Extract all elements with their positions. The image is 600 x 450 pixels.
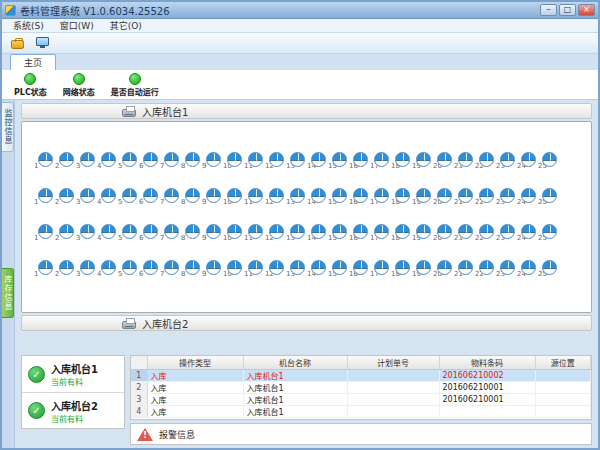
roll-circle-icon — [59, 152, 74, 167]
roll-indicator: 2 — [55, 188, 76, 206]
roll-indicator: 5 — [118, 224, 139, 242]
toolbox-button[interactable] — [6, 34, 28, 52]
roll-indicator: 1 — [34, 188, 55, 206]
roll-circle-icon — [38, 152, 53, 167]
roll-circle-icon — [59, 188, 74, 203]
roll-circle-icon — [143, 188, 158, 203]
machine2-panel-title: 入库机台2 — [142, 316, 188, 331]
roll-indicator: 13 — [286, 152, 307, 170]
roll-circle-icon — [521, 224, 536, 239]
roll-circle-icon — [458, 152, 473, 167]
printer-icon[interactable] — [122, 321, 136, 329]
roll-circle-icon — [437, 260, 452, 275]
roll-indicator: 17 — [370, 224, 391, 242]
menu-item-other[interactable]: 其它(O) — [103, 19, 149, 32]
roll-row: 1234567891011121314151617181920212223242… — [34, 260, 591, 278]
table-row[interactable]: 3入库入库机台1201606210001 — [131, 394, 591, 406]
roll-circle-icon — [227, 224, 242, 239]
roll-circle-icon — [290, 260, 305, 275]
roll-indicator: 9 — [202, 260, 223, 278]
tabstrip: 主页 — [2, 54, 598, 70]
warning-icon — [137, 428, 153, 441]
roll-indicator: 1 — [34, 260, 55, 278]
menu-item-window[interactable]: 窗口(W) — [53, 19, 101, 32]
roll-circle-icon — [395, 188, 410, 203]
roll-circle-icon — [269, 224, 284, 239]
roll-indicator: 19 — [412, 224, 433, 242]
column-header[interactable]: 物料条码 — [439, 356, 535, 370]
roll-indicator: 15 — [328, 260, 349, 278]
maximize-button[interactable]: □ — [559, 4, 576, 16]
roll-circle-icon — [248, 188, 263, 203]
roll-circle-icon — [206, 152, 221, 167]
alarm-bar: 报警信息 — [130, 423, 592, 445]
roll-circle-icon — [206, 224, 221, 239]
roll-indicator: 20 — [433, 188, 454, 206]
roll-indicator: 8 — [181, 260, 202, 278]
roll-indicator: 3 — [76, 188, 97, 206]
roll-indicator: 18 — [391, 152, 412, 170]
table-row[interactable]: 2入库入库机台1201606210001 — [131, 382, 591, 394]
autorun-status-label: 是否自动运行 — [111, 86, 159, 97]
roll-circle-icon — [80, 188, 95, 203]
tab-home[interactable]: 主页 — [10, 54, 56, 70]
roll-circle-icon — [458, 260, 473, 275]
menu-item-system[interactable]: 系统(S) — [6, 19, 51, 32]
roll-indicator: 12 — [265, 260, 286, 278]
column-header[interactable]: 机台名称 — [243, 356, 347, 370]
column-header[interactable]: 计划单号 — [347, 356, 439, 370]
alarm-label: 报警信息 — [159, 428, 195, 441]
minimize-button[interactable]: – — [540, 4, 557, 16]
roll-indicator: 23 — [496, 224, 517, 242]
monitor-button[interactable] — [31, 34, 53, 52]
app-window: 卷料管理系统 V1.0.6034.25526 – □ × 系统(S) 窗口(W)… — [0, 0, 600, 450]
machine-cards-box: 入库机台1 当前有料 入库机台2 当前有料 — [21, 355, 125, 429]
roll-circle-icon — [80, 152, 95, 167]
roll-circle-icon — [101, 224, 116, 239]
column-header[interactable]: 源位置 — [535, 356, 591, 370]
roll-circle-icon — [290, 188, 305, 203]
roll-circle-icon — [458, 188, 473, 203]
roll-indicator: 10 — [223, 152, 244, 170]
roll-circle-icon — [416, 224, 431, 239]
roll-circle-icon — [353, 224, 368, 239]
roll-row: 1234567891011121314151617181920212223242… — [34, 188, 591, 206]
table-row[interactable]: 1入库入库机台1201606210002 — [131, 370, 591, 382]
table-row[interactable]: 4入库入库机台1 — [131, 406, 591, 418]
roll-circle-icon — [101, 152, 116, 167]
roll-indicator: 18 — [391, 224, 412, 242]
roll-circle-icon — [269, 152, 284, 167]
roll-indicator: 16 — [349, 188, 370, 206]
roll-indicator: 2 — [55, 152, 76, 170]
roll-circle-icon — [374, 188, 389, 203]
roll-indicator: 20 — [433, 260, 454, 278]
roll-indicator: 25 — [538, 152, 559, 170]
roll-circle-icon — [164, 224, 179, 239]
close-button[interactable]: × — [578, 4, 595, 16]
roll-indicator: 4 — [97, 188, 118, 206]
roll-circle-icon — [248, 152, 263, 167]
titlebar[interactable]: 卷料管理系统 V1.0.6034.25526 – □ × — [2, 2, 598, 19]
printer-icon[interactable] — [122, 109, 136, 117]
machine2-panel-header: 入库机台2 — [21, 315, 592, 331]
roll-indicator: 19 — [412, 152, 433, 170]
roll-indicator: 23 — [496, 188, 517, 206]
side-tab-inventory[interactable]: 库存信息 — [2, 268, 14, 318]
roll-indicator: 15 — [328, 224, 349, 242]
roll-row: 1234567891011121314151617181920212223242… — [34, 152, 591, 170]
column-header[interactable]: 操作类型 — [147, 356, 243, 370]
roll-circle-icon — [332, 260, 347, 275]
roll-circle-icon — [479, 260, 494, 275]
roll-row: 1234567891011121314151617181920212223242… — [34, 224, 591, 242]
roll-circle-icon — [479, 188, 494, 203]
roll-indicator: 6 — [139, 152, 160, 170]
roll-indicator: 1 — [34, 152, 55, 170]
roll-circle-icon — [395, 224, 410, 239]
roll-circle-icon — [542, 260, 557, 275]
content-area: 监控信息 库存信息 入库机台1 123456789101112131415161… — [2, 100, 598, 448]
side-tab-monitor[interactable]: 监控信息 — [2, 102, 14, 152]
machine1-card-status: 当前有料 — [51, 376, 98, 387]
task-table-body: 1入库入库机台12016062100022入库入库机台1201606210001… — [131, 370, 591, 418]
roll-circle-icon — [164, 260, 179, 275]
roll-indicator: 8 — [181, 152, 202, 170]
